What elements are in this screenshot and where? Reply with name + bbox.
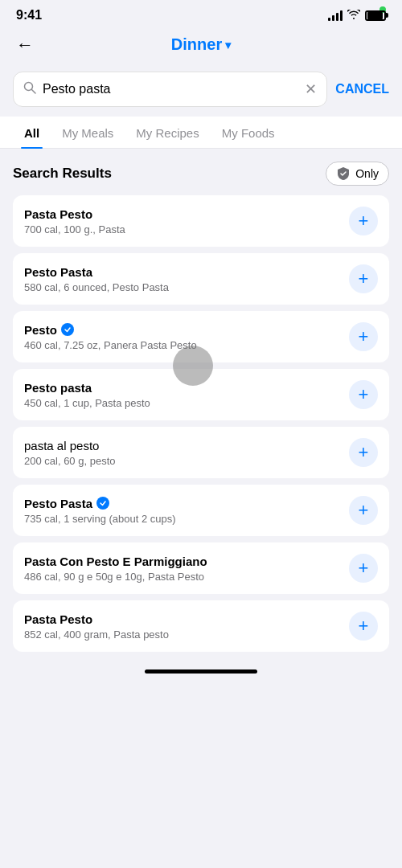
wifi-icon	[347, 9, 360, 22]
verified-badge-icon	[96, 497, 109, 510]
results-header: Search Results Only	[13, 149, 389, 195]
verified-badge-icon	[61, 323, 74, 336]
add-food-button[interactable]: +	[349, 554, 378, 583]
add-food-button[interactable]: +	[349, 496, 378, 525]
food-name: Pesto pasta	[24, 381, 339, 395]
food-item: Pesto Pasta 580 cal, 6 ounced, Pesto Pas…	[13, 253, 389, 305]
food-meta: 486 cal, 90 g e 50g e 10g, Pasta Pesto	[24, 571, 339, 583]
battery-icon	[365, 10, 386, 21]
search-input[interactable]: Pesto pasta	[43, 82, 298, 96]
add-food-button[interactable]: +	[349, 438, 378, 467]
tab-my-foods[interactable]: My Foods	[211, 117, 286, 148]
food-info: pasta al pesto 200 cal, 60 g, pesto	[24, 439, 349, 467]
food-meta: 852 cal, 400 gram, Pasta pesto	[24, 628, 339, 641]
add-food-button[interactable]: +	[349, 207, 378, 235]
food-meta: 450 cal, 1 cup, Pasta pesto	[24, 397, 339, 409]
food-item: Pesto Pasta 735 cal, 1 serving (about 2 …	[13, 485, 389, 536]
status-bar: 9:41	[0, 0, 402, 27]
search-box[interactable]: Pesto pasta ✕	[13, 72, 327, 107]
tab-all[interactable]: All	[13, 117, 51, 148]
food-item: Pasta Pesto 700 cal, 100 g., Pasta +	[13, 195, 389, 247]
tab-my-recipes[interactable]: My Recipes	[125, 117, 210, 148]
dropdown-chevron-icon[interactable]: ▾	[225, 39, 231, 51]
svg-line-1	[32, 90, 36, 94]
results-title: Search Results	[13, 166, 112, 182]
verified-filter-button[interactable]: Only	[326, 162, 389, 186]
food-name: Pesto	[24, 323, 339, 337]
food-item: Pesto 460 cal, 7.25 oz, Panera Pasta Pes…	[13, 311, 389, 362]
food-list: Pasta Pesto 700 cal, 100 g., Pasta + Pes…	[13, 195, 389, 658]
back-button[interactable]: ←	[16, 35, 34, 55]
food-meta: 460 cal, 7.25 oz, Panera Pasta Pesto	[24, 339, 339, 351]
food-name: Pasta Con Pesto E Parmiggiano	[24, 555, 339, 568]
food-name: pasta al pesto	[24, 439, 339, 452]
add-food-button[interactable]: +	[349, 380, 378, 409]
food-meta: 735 cal, 1 serving (about 2 cups)	[24, 513, 339, 525]
food-meta: 580 cal, 6 ounced, Pesto Pasta	[24, 281, 339, 293]
food-info: Pesto 460 cal, 7.25 oz, Panera Pasta Pes…	[24, 323, 349, 351]
shield-icon	[336, 166, 351, 181]
food-item: Pasta Pesto 852 cal, 400 gram, Pasta pes…	[13, 600, 389, 652]
home-indicator	[145, 669, 257, 674]
food-info: Pesto Pasta 735 cal, 1 serving (about 2 …	[24, 497, 349, 525]
tabs-bar: All My Meals My Recipes My Foods	[0, 117, 402, 149]
add-food-button[interactable]: +	[349, 322, 378, 351]
food-item: Pasta Con Pesto E Parmiggiano 486 cal, 9…	[13, 542, 389, 594]
meal-title: Dinner	[171, 35, 222, 54]
cancel-button[interactable]: CANCEL	[335, 82, 389, 96]
food-item: Pesto pasta 450 cal, 1 cup, Pasta pesto …	[13, 369, 389, 420]
add-food-button[interactable]: +	[349, 612, 378, 641]
food-info: Pasta Con Pesto E Parmiggiano 486 cal, 9…	[24, 555, 349, 583]
food-info: Pesto pasta 450 cal, 1 cup, Pasta pesto	[24, 381, 349, 409]
signal-icon	[328, 10, 343, 21]
tab-my-meals[interactable]: My Meals	[51, 117, 125, 148]
header-title: Dinner ▾	[171, 35, 231, 54]
status-icons	[328, 9, 386, 22]
status-time: 9:41	[16, 8, 42, 23]
food-name: Pesto Pasta	[24, 265, 339, 279]
food-info: Pesto Pasta 580 cal, 6 ounced, Pesto Pas…	[24, 265, 349, 293]
header: ← Dinner ▾	[0, 27, 402, 65]
food-info: Pasta Pesto 700 cal, 100 g., Pasta	[24, 207, 349, 235]
search-icon	[23, 81, 36, 97]
clear-search-button[interactable]: ✕	[305, 80, 317, 98]
food-name: Pasta Pesto	[24, 207, 339, 221]
food-name: Pasta Pesto	[24, 612, 339, 626]
food-info: Pasta Pesto 852 cal, 400 gram, Pasta pes…	[24, 612, 349, 641]
add-food-button[interactable]: +	[349, 264, 378, 293]
content-area: Search Results Only Pasta Pesto 700 cal,…	[0, 149, 402, 658]
filter-label: Only	[355, 167, 379, 180]
food-name: Pesto Pasta	[24, 497, 339, 510]
food-meta: 200 cal, 60 g, pesto	[24, 455, 339, 467]
food-item: pasta al pesto 200 cal, 60 g, pesto +	[13, 427, 389, 478]
search-area: Pesto pasta ✕ CANCEL	[0, 65, 402, 117]
food-meta: 700 cal, 100 g., Pasta	[24, 223, 339, 235]
